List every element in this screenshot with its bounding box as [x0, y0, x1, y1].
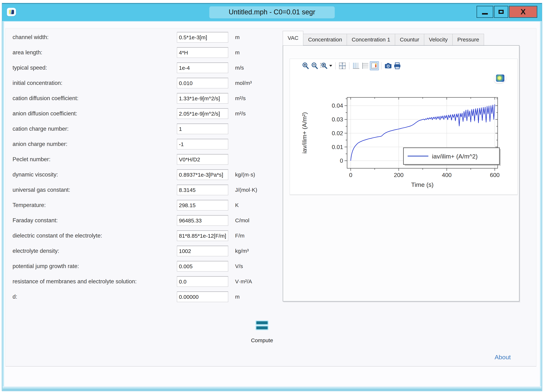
param-unit: J/(mol·K): [235, 185, 257, 195]
form-row: Peclet number:: [6, 154, 278, 165]
tab-countur[interactable]: Countur: [395, 34, 424, 45]
param-input[interactable]: [177, 215, 228, 226]
zoom-out-icon[interactable]: [310, 61, 319, 70]
param-input[interactable]: [177, 200, 228, 211]
close-button[interactable]: X: [509, 6, 538, 18]
param-input[interactable]: [177, 123, 228, 134]
form-row: Temperature:K: [6, 200, 278, 211]
form-row: electrolyte density:kg/m³: [6, 246, 278, 256]
compute-block: Compute: [242, 320, 282, 344]
zoom-box-dropdown-caret[interactable]: [328, 61, 333, 70]
svg-text:0: 0: [340, 157, 343, 164]
param-input[interactable]: [177, 47, 228, 58]
param-label: dielectric constant of the electrolyte:: [12, 230, 102, 241]
svg-text:0: 0: [349, 172, 352, 178]
param-unit: K: [235, 200, 239, 211]
param-input[interactable]: [177, 32, 228, 42]
tab-velocity[interactable]: Velocity: [424, 34, 453, 45]
param-unit: m²/s: [235, 93, 246, 104]
param-input[interactable]: [177, 276, 228, 287]
window-bottom-border: [3, 386, 541, 390]
minimize-icon: [482, 13, 488, 15]
minimize-button[interactable]: [476, 6, 493, 18]
param-unit: m: [235, 292, 240, 302]
close-icon: X: [520, 8, 526, 16]
param-label: cation charge number:: [12, 123, 69, 134]
param-unit: m: [235, 32, 240, 42]
param-label: anion charge number:: [12, 139, 67, 149]
plot-canvas[interactable]: 020040060000.010.020.030.04Time (s)iav/i…: [290, 59, 518, 195]
param-label: universal gas constant:: [12, 185, 70, 195]
form-row: potential jump growth rate:V/s: [6, 261, 278, 271]
title-bar[interactable]: Untitled.mph - C0=0.01 segr X: [2, 3, 542, 21]
y-axis-log-scale-icon[interactable]: [361, 61, 370, 70]
form-row: d:m: [6, 292, 278, 302]
param-label: cation diffusion coefficient:: [12, 93, 78, 104]
param-label: anion diffusion coefficient:: [12, 108, 77, 119]
param-input[interactable]: [177, 169, 228, 180]
tab-concentration-1[interactable]: Concentration 1: [347, 34, 395, 45]
form-row: Faraday constant:C/mol: [6, 215, 278, 226]
form-row: dielectric constant of the electrolyte:F…: [6, 230, 278, 241]
param-unit: m: [235, 47, 240, 58]
equals-icon: [256, 321, 268, 324]
param-unit: C/mol: [235, 215, 249, 226]
param-label: Temperature:: [12, 200, 46, 211]
main-panel: channel width:marea length:mtypical spee…: [6, 28, 536, 367]
param-input[interactable]: [177, 108, 228, 119]
compute-label: Compute: [242, 337, 282, 344]
param-unit: V/s: [235, 261, 243, 271]
tab-vac[interactable]: VAC: [283, 31, 303, 45]
tab-concentration[interactable]: Concentration: [303, 34, 347, 45]
param-unit: kg/(m·s): [235, 169, 255, 180]
param-label: d:: [12, 292, 17, 302]
screenshot-stage: Untitled.mph - C0=0.01 segr X channel wi…: [0, 0, 544, 392]
svg-text:400: 400: [442, 172, 451, 178]
param-input[interactable]: [177, 93, 228, 104]
form-row: cation diffusion coefficient:m²/s: [6, 93, 278, 104]
form-row: typical speed:m/s: [6, 63, 278, 73]
param-label: Faraday constant:: [12, 215, 58, 226]
svg-text:Time (s): Time (s): [411, 181, 433, 188]
svg-text:iav/ilim+ (A/m^2): iav/ilim+ (A/m^2): [432, 153, 478, 160]
param-input[interactable]: [177, 246, 228, 256]
param-unit: F/m: [235, 230, 245, 241]
param-input[interactable]: [177, 230, 228, 241]
x-axis-log-scale-icon[interactable]: [352, 61, 361, 70]
param-label: resistance of membranes and electrolyte …: [12, 276, 136, 287]
form-row: initial concentration:mol/m³: [6, 78, 278, 88]
comsol-logo-icon: [494, 73, 507, 84]
app-window: Untitled.mph - C0=0.01 segr X channel wi…: [2, 3, 542, 391]
param-input[interactable]: [177, 139, 228, 149]
maximize-icon: [498, 10, 504, 14]
tab-pressure[interactable]: Pressure: [453, 34, 484, 45]
param-label: typical speed:: [12, 63, 47, 73]
param-label: electrolyte density:: [12, 246, 59, 256]
svg-text:0.03: 0.03: [332, 116, 343, 123]
param-input[interactable]: [177, 261, 228, 271]
svg-text:600: 600: [490, 172, 499, 178]
vac-line-chart: 020040060000.010.020.030.04Time (s)iav/i…: [297, 85, 517, 194]
zoom-extents-icon[interactable]: [338, 61, 347, 70]
param-input[interactable]: [177, 154, 228, 165]
param-unit: m²/s: [235, 108, 246, 119]
param-input[interactable]: [177, 78, 228, 88]
param-label: initial concentration:: [12, 78, 62, 88]
compute-button[interactable]: [256, 320, 268, 330]
param-input[interactable]: [177, 63, 228, 73]
show-legends-icon[interactable]: [370, 61, 379, 70]
about-link[interactable]: About: [495, 354, 511, 361]
param-unit: m/s: [235, 63, 244, 73]
param-label: Peclet number:: [12, 154, 51, 165]
svg-text:0.04: 0.04: [332, 102, 343, 109]
window-body: channel width:marea length:mtypical spee…: [4, 22, 540, 386]
print-icon[interactable]: [393, 61, 402, 70]
window-controls: X: [476, 6, 538, 18]
maximize-button[interactable]: [494, 6, 508, 18]
param-input[interactable]: [177, 185, 228, 195]
param-input[interactable]: [177, 292, 228, 302]
zoom-box-icon[interactable]: [319, 61, 328, 70]
image-snapshot-camera-icon[interactable]: [384, 61, 393, 70]
form-row: anion charge number:: [6, 139, 278, 149]
zoom-in-icon[interactable]: [301, 61, 310, 70]
